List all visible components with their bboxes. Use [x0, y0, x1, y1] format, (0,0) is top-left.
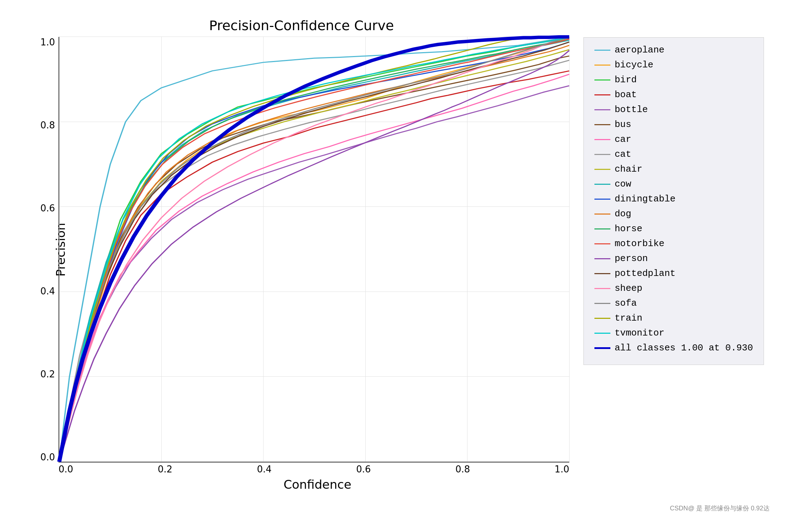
legend-line-person — [594, 258, 610, 259]
legend-label-diningtable: diningtable — [615, 194, 676, 204]
legend-item-bottle: bottle — [594, 104, 753, 115]
x-tick-4: 0.8 — [455, 464, 470, 475]
chart-title: Precision-Confidence Curve — [27, 18, 576, 33]
legend-line-chair — [594, 169, 610, 170]
legend-line-car — [594, 139, 610, 140]
legend-label-tvmonitor: tvmonitor — [615, 328, 664, 338]
legend-line-all-classes — [594, 347, 610, 349]
legend-item-all-classes: all classes 1.00 at 0.930 — [594, 343, 753, 353]
legend-line-cow — [594, 184, 610, 185]
x-tick-1: 0.2 — [158, 464, 172, 475]
curve-car — [59, 74, 569, 462]
legend-line-train — [594, 318, 610, 319]
legend-item-motorbike: motorbike — [594, 238, 753, 249]
curve-boat — [59, 71, 569, 462]
x-tick-2: 0.4 — [257, 464, 271, 475]
legend-item-bus: bus — [594, 119, 753, 130]
legend-item-horse: horse — [594, 223, 753, 234]
legend-line-horse — [594, 228, 610, 229]
y-tick-1: 0.2 — [30, 369, 55, 379]
legend-item-car: car — [594, 134, 753, 145]
legend-item-pottedplant: pottedplant — [594, 268, 753, 279]
legend-line-sofa — [594, 303, 610, 304]
curve-diningtable — [59, 42, 569, 462]
legend-label-sheep: sheep — [615, 283, 642, 294]
legend-item-cat: cat — [594, 149, 753, 160]
legend-item-aeroplane: aeroplane — [594, 45, 753, 55]
curve-cat — [59, 60, 569, 462]
y-tick-4: 0.8 — [30, 120, 55, 131]
legend-label-chair: chair — [615, 164, 642, 174]
legend-label-aeroplane: aeroplane — [615, 45, 664, 55]
legend-label-bus: bus — [615, 119, 631, 130]
curve-bus — [59, 56, 569, 462]
legend-label-cat: cat — [615, 149, 631, 160]
legend-item-person: person — [594, 253, 753, 264]
legend-label-cow: cow — [615, 179, 631, 189]
y-tick-3: 0.6 — [30, 203, 55, 214]
legend-line-boat — [594, 94, 610, 95]
legend-label-bicycle: bicycle — [615, 60, 653, 70]
legend-label-boat: boat — [615, 89, 637, 100]
x-tick-0: 0.0 — [59, 464, 73, 475]
legend-line-bicycle — [594, 65, 610, 66]
curve-train — [59, 37, 569, 462]
legend-item-tvmonitor: tvmonitor — [594, 328, 753, 338]
legend-item-boat: boat — [594, 89, 753, 100]
legend-line-bottle — [594, 109, 610, 110]
x-tick-5: 1.0 — [555, 464, 569, 475]
legend-label-horse: horse — [615, 223, 642, 234]
legend-item-cow: cow — [594, 179, 753, 189]
y-tick-0: 0.0 — [30, 452, 55, 462]
legend-label-bottle: bottle — [615, 104, 648, 115]
chart-area: Precision-Confidence Curve Precision 0.0… — [27, 18, 576, 497]
legend-label-sofa: sofa — [615, 298, 637, 309]
legend-line-tvmonitor — [594, 333, 610, 334]
legend-label-motorbike: motorbike — [615, 238, 664, 249]
legend-item-diningtable: diningtable — [594, 194, 753, 204]
legend-label-dog: dog — [615, 209, 631, 219]
legend-item-dog: dog — [594, 209, 753, 219]
y-tick-5: 1.0 — [30, 37, 55, 48]
legend-label-train: train — [615, 313, 642, 323]
legend-line-pottedplant — [594, 273, 610, 274]
x-tick-3: 0.6 — [356, 464, 371, 475]
legend-line-aeroplane — [594, 50, 610, 51]
legend-item-bicycle: bicycle — [594, 60, 753, 70]
legend-line-cat — [594, 154, 610, 155]
curve-sheep — [59, 37, 569, 462]
legend-label-person: person — [615, 253, 648, 264]
chart-inner — [59, 37, 569, 462]
y-tick-2: 0.4 — [30, 286, 55, 297]
chart-container: Precision-Confidence Curve Precision 0.0… — [27, 18, 771, 514]
legend-line-bus — [594, 124, 610, 125]
legend-label-all-classes: all classes 1.00 at 0.930 — [615, 343, 753, 353]
watermark: CSDN@ 是 那些缘份与缘份 0.92达 — [670, 504, 770, 512]
curve-all-classes — [59, 37, 569, 462]
curve-aeroplane — [59, 37, 569, 462]
curve-tvmonitor — [59, 37, 569, 462]
legend-line-motorbike — [594, 243, 610, 244]
legend-label-bird: bird — [615, 74, 637, 85]
legend-line-sheep — [594, 288, 610, 289]
legend-item-train: train — [594, 313, 753, 323]
legend-line-bird — [594, 79, 610, 81]
legend-item-chair: chair — [594, 164, 753, 174]
legend-label-pottedplant: pottedplant — [615, 268, 676, 279]
curve-bottle — [59, 86, 569, 462]
x-axis-label: Confidence — [59, 477, 576, 492]
legend: aeroplane bicycle bird boat bottle bus c… — [583, 37, 764, 365]
legend-line-dog — [594, 214, 610, 215]
legend-label-car: car — [615, 134, 631, 145]
precision-curves — [59, 37, 569, 462]
legend-line-diningtable — [594, 199, 610, 200]
legend-item-bird: bird — [594, 74, 753, 85]
curve-pottedplant — [59, 42, 569, 462]
y-tick-labels: 0.0 0.2 0.4 0.6 0.8 1.0 — [30, 37, 55, 462]
legend-item-sofa: sofa — [594, 298, 753, 309]
x-tick-labels: 0.0 0.2 0.4 0.6 0.8 1.0 — [59, 464, 569, 475]
legend-item-sheep: sheep — [594, 283, 753, 294]
